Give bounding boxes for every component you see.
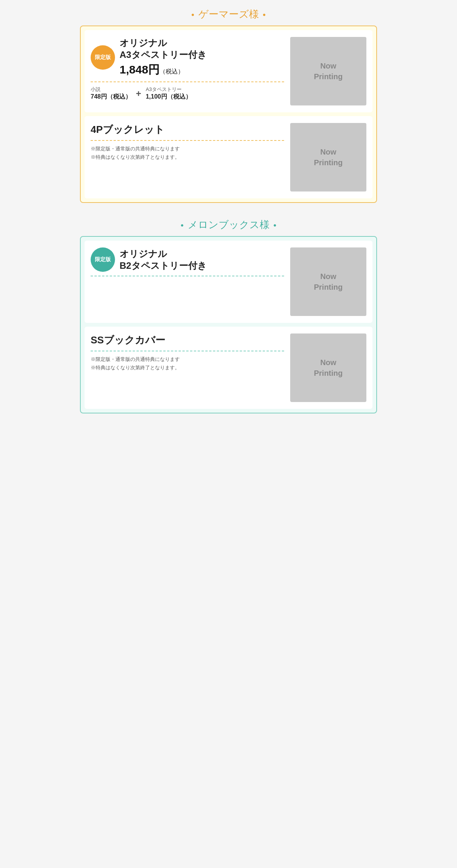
product-price: 1,848円（税込） xyxy=(120,62,207,78)
card-gamers-1: 4Pブックレット※限定版・通常版の共通特典になります※特典はなくなり次第終了とな… xyxy=(85,116,372,198)
now-printing-melon-0: NowPrinting xyxy=(290,247,366,316)
now-printing-text: NowPrinting xyxy=(314,61,343,82)
benefit-title: SSブックカバー xyxy=(91,333,284,347)
product-title: オリジナルB2タペストリー付き xyxy=(120,248,207,271)
badge-gamers: 限定版 xyxy=(91,45,115,70)
benefit-divider xyxy=(91,140,284,141)
product-title-wrap: オリジナルA3タペストリー付き1,848円（税込） xyxy=(120,37,207,78)
breakdown-label: A3タペストリー xyxy=(146,86,192,93)
section-box-melon: 限定版オリジナルB2タペストリー付きNowPrintingSSブックカバー※限定… xyxy=(80,236,377,413)
section-header-gamers: ● ゲーマーズ様 ● xyxy=(80,8,377,21)
product-header: 限定版オリジナルB2タペストリー付き xyxy=(91,247,284,272)
now-printing-gamers-0: NowPrinting xyxy=(290,37,366,105)
section-melon: ● メロンブックス様 ● 限定版オリジナルB2タペストリー付きNowPrinti… xyxy=(80,218,377,413)
product-header: 限定版オリジナルA3タペストリー付き1,848円（税込） xyxy=(91,37,284,78)
badge-melon: 限定版 xyxy=(91,247,115,272)
now-printing-gamers-1: NowPrinting xyxy=(290,123,366,191)
card-melon-0: 限定版オリジナルB2タペストリー付きNowPrinting xyxy=(85,241,372,323)
now-printing-text: NowPrinting xyxy=(314,357,343,378)
plus-sign: + xyxy=(136,88,141,99)
card-content-melon-0: 限定版オリジナルB2タペストリー付き xyxy=(91,247,284,316)
card-gamers-0: 限定版オリジナルA3タペストリー付き1,848円（税込） 小説 748円（税込）… xyxy=(85,30,372,112)
card-content-gamers-1: 4Pブックレット※限定版・通常版の共通特典になります※特典はなくなり次第終了とな… xyxy=(91,123,284,191)
benefit-divider xyxy=(91,351,284,351)
product-title: オリジナルA3タペストリー付き xyxy=(120,37,207,61)
benefit-note-item: ※限定版・通常版の共通特典になります xyxy=(91,145,284,153)
product-price-note: （税込） xyxy=(160,68,184,75)
title-dot-right: ● xyxy=(273,222,276,228)
benefit-note-item: ※特典はなくなり次第終了となります。 xyxy=(91,153,284,161)
breakdown-label: 小説 xyxy=(91,86,131,93)
now-printing-melon-1: NowPrinting xyxy=(290,333,366,402)
card-content-melon-1: SSブックカバー※限定版・通常版の共通特典になります※特典はなくなり次第終了とな… xyxy=(91,333,284,402)
breakdown-value: 748円（税込） xyxy=(91,93,131,101)
section-title-gamers: ● ゲーマーズ様 ● xyxy=(191,8,266,21)
benefit-notes: ※限定版・通常版の共通特典になります※特典はなくなり次第終了となります。 xyxy=(91,355,284,372)
section-gamers: ● ゲーマーズ様 ● 限定版オリジナルA3タペストリー付き1,848円（税込） … xyxy=(80,8,377,203)
breakdown-item-0: 小説 748円（税込） xyxy=(91,86,131,101)
title-dot-left: ● xyxy=(191,11,194,18)
title-dot-right: ● xyxy=(263,11,266,18)
product-title-wrap: オリジナルB2タペストリー付き xyxy=(120,248,207,271)
benefit-notes: ※限定版・通常版の共通特典になります※特典はなくなり次第終了となります。 xyxy=(91,145,284,161)
title-text-gamers: ゲーマーズ様 xyxy=(198,8,259,21)
section-box-gamers: 限定版オリジナルA3タペストリー付き1,848円（税込） 小説 748円（税込）… xyxy=(80,26,377,203)
now-printing-text: NowPrinting xyxy=(314,271,343,292)
breakdown-item-1: A3タペストリー 1,100円（税込） xyxy=(146,86,192,101)
benefit-title: 4Pブックレット xyxy=(91,123,284,136)
breakdown-value: 1,100円（税込） xyxy=(146,93,192,101)
now-printing-text: NowPrinting xyxy=(314,147,343,168)
title-text-melon: メロンブックス様 xyxy=(188,218,270,231)
benefit-note-item: ※特典はなくなり次第終了となります。 xyxy=(91,364,284,372)
section-title-melon: ● メロンブックス様 ● xyxy=(181,218,276,231)
card-content-gamers-0: 限定版オリジナルA3タペストリー付き1,848円（税込） 小説 748円（税込）… xyxy=(91,37,284,105)
card-melon-1: SSブックカバー※限定版・通常版の共通特典になります※特典はなくなり次第終了とな… xyxy=(85,327,372,409)
price-breakdown: 小説 748円（税込） + A3タペストリー 1,100円（税込） xyxy=(91,86,284,101)
benefit-note-item: ※限定版・通常版の共通特典になります xyxy=(91,355,284,364)
price-divider xyxy=(91,276,284,276)
section-header-melon: ● メロンブックス様 ● xyxy=(80,218,377,231)
price-divider xyxy=(91,81,284,82)
title-dot-left: ● xyxy=(181,222,184,228)
